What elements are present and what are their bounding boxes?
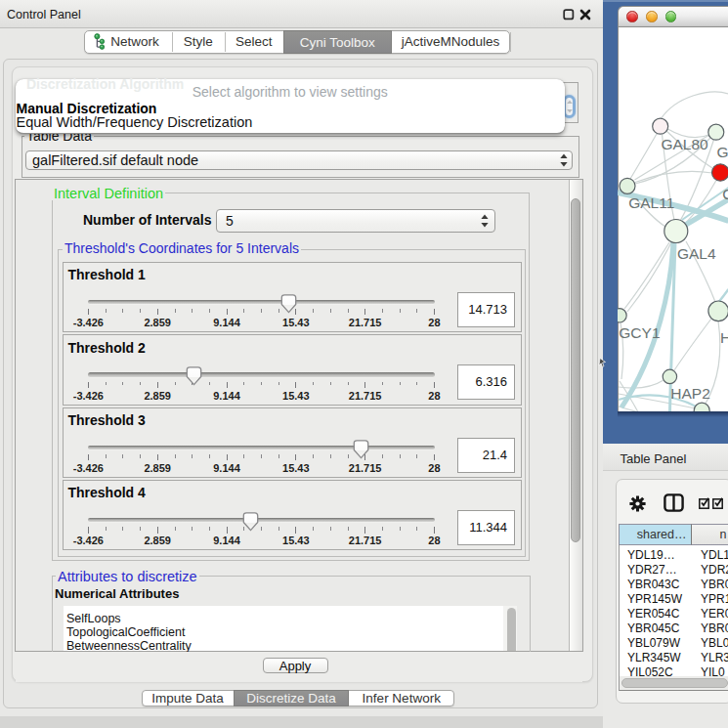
- svg-text:HAP2: HAP2: [670, 384, 710, 401]
- svg-text:CD: CD: [722, 186, 728, 202]
- svg-text:GAL80: GAL80: [661, 135, 708, 151]
- svg-text:GA: GA: [716, 143, 728, 159]
- svg-text:GAL4: GAL4: [676, 244, 715, 261]
- svg-text:HS: HS: [720, 328, 728, 345]
- svg-text:GCY1: GCY1: [619, 324, 660, 341]
- svg-text:GAL11: GAL11: [628, 193, 674, 210]
